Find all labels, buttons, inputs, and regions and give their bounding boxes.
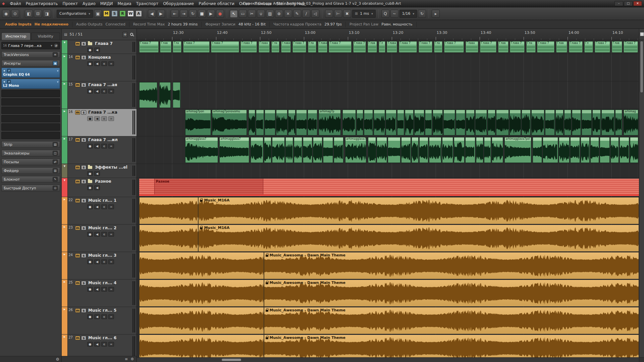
chevron-down-icon[interactable]: ▾ (51, 44, 52, 47)
solo-button[interactable]: s (81, 165, 86, 170)
edit-channel-button[interactable]: e (101, 342, 107, 347)
audio-event[interactable] (572, 110, 581, 135)
audio-event[interactable]: Music_Awesome - Dawn Main Theme (264, 280, 639, 306)
insert-slot[interactable]: e▾Graphic EQ 64 (1, 68, 60, 78)
audio-event[interactable] (533, 137, 542, 163)
folder-event-block[interactable]: Глава 7 (211, 41, 239, 53)
right-zone-button[interactable]: ◨ (43, 10, 51, 18)
expand-icon[interactable]: ▶ (64, 336, 65, 338)
iterative-quantize-button[interactable]: ↻ (418, 10, 426, 18)
status-group[interactable]: Audio InputsНе подключено (1, 22, 72, 27)
audio-event[interactable] (256, 110, 264, 135)
folder-event-block[interactable]: Глава (318, 41, 327, 53)
audio-event[interactable]: arhimag (624, 110, 638, 135)
monitor-button[interactable]: ◀ (94, 144, 100, 148)
audio-event[interactable] (139, 225, 198, 251)
expand-icon[interactable]: ▶ (64, 198, 65, 201)
track-row[interactable]: ▶16msГлава 7 ...ка●◀e∞ (62, 109, 137, 136)
folder-event-block[interactable]: Глава 7 (624, 41, 638, 53)
insert-slot-empty[interactable] (1, 132, 60, 139)
audio-event[interactable] (509, 110, 521, 135)
status-group[interactable]: Частота кадров Проекта29.97 fps (270, 22, 346, 27)
audio-event[interactable] (357, 110, 364, 135)
menu-item[interactable]: Транспорт (134, 1, 161, 6)
mute-button[interactable]: m (75, 308, 80, 313)
parts-region[interactable]: Разное (139, 179, 639, 196)
audio-event[interactable]: arhimagglava7pol (504, 137, 531, 163)
insert-slot[interactable]: e▾L2 Mono (1, 79, 60, 89)
chevron-down-icon[interactable]: ▾ (57, 80, 58, 83)
monitor-button[interactable]: ◀ (94, 314, 100, 319)
expand-icon[interactable]: ▶ (64, 137, 65, 140)
audio-event[interactable]: arhimag7pon (185, 110, 211, 135)
audio-event[interactable]: arhimagglava7 (219, 137, 249, 163)
audio-event[interactable] (173, 82, 180, 108)
edit-channel-button[interactable]: e (101, 89, 107, 94)
audio-event[interactable]: arhimagglava7 (185, 137, 218, 163)
audio-event[interactable] (465, 137, 475, 163)
automation-button[interactable]: ∞ (108, 116, 114, 121)
audio-event[interactable] (342, 110, 356, 135)
automation-button[interactable]: ∞ (108, 89, 114, 94)
audio-event[interactable] (139, 280, 264, 306)
folder-event-block[interactable]: Глава 7 (537, 41, 554, 53)
folder-event-block[interactable]: Глава 7 (569, 41, 583, 53)
section-быстрый-доступ[interactable]: Быстрый Доступ⊙ (1, 185, 60, 191)
ruler-options-button[interactable] (639, 29, 644, 40)
record-enable-button[interactable]: ● (87, 144, 93, 148)
audio-event[interactable] (159, 82, 171, 108)
mute-button[interactable]: m (75, 198, 80, 203)
menu-item[interactable]: Файл (7, 1, 23, 6)
menu-item[interactable]: Проект (60, 1, 80, 6)
menu-icon[interactable]: ≡ (125, 357, 128, 361)
audio-event[interactable] (484, 137, 491, 163)
activate-project-button[interactable]: ◉ (2, 10, 10, 18)
mute-button[interactable]: m (75, 83, 80, 87)
menu-item[interactable]: МИДИ (98, 1, 115, 6)
expand-icon[interactable]: ▶ (64, 82, 65, 85)
audio-event[interactable] (401, 137, 411, 163)
folder-event-block[interactable]: Глава 7 (139, 41, 159, 53)
monitor-button[interactable]: ◀ (94, 48, 100, 52)
audio-event[interactable] (492, 137, 503, 163)
audio-event[interactable] (545, 110, 555, 135)
mute-button[interactable]: m (75, 55, 80, 60)
automation-button[interactable]: ∞ (108, 232, 114, 237)
audio-event[interactable] (559, 137, 570, 163)
status-group[interactable]: Project Pan LawРавн. мощность (346, 22, 417, 27)
folder-open-icon[interactable]: ▼ (64, 41, 65, 44)
mute-button[interactable]: m (75, 179, 80, 184)
monitor-button[interactable]: ◀ (94, 61, 100, 66)
audio-event[interactable] (429, 137, 441, 163)
section-trackversions[interactable]: TrackVersions ≡ (1, 51, 60, 58)
gear-icon[interactable]: ⚙ (130, 357, 134, 361)
insert-slot-empty[interactable] (1, 90, 60, 97)
record-enable-button[interactable]: ● (87, 48, 93, 52)
expand-icon[interactable]: ▶ (64, 253, 65, 256)
project-history-button[interactable]: ⊙ (11, 10, 19, 18)
audio-event[interactable] (488, 110, 496, 135)
section-inserts[interactable]: Инсерты ▣ (1, 60, 60, 67)
play-tool[interactable]: ◁ (311, 10, 319, 18)
menu-item[interactable]: Steinberg Hub (274, 1, 308, 6)
expand-icon[interactable]: ▶ (64, 55, 65, 58)
horizontal-scrollbar[interactable] (137, 357, 639, 362)
power-icon[interactable] (3, 80, 6, 83)
mute-button[interactable]: m (75, 253, 80, 258)
edit-channel-button[interactable]: e (101, 259, 107, 264)
automation-button[interactable]: ∞ (108, 144, 114, 148)
audio-event[interactable] (386, 110, 396, 135)
audio-event[interactable] (581, 137, 590, 163)
quantize-panel-button[interactable]: Q (381, 10, 389, 18)
solo-all-button[interactable]: S (111, 10, 118, 17)
play-button[interactable]: ▶ (207, 10, 215, 18)
track-row[interactable]: ▶14msКонцовка●◀e∞ (62, 54, 137, 81)
record-enable-button[interactable]: ● (87, 232, 93, 237)
draw-tool[interactable]: ✎ (293, 10, 301, 18)
record-enable-button[interactable]: ● (87, 342, 93, 347)
audio-event[interactable] (543, 137, 558, 163)
toolbar-options-button[interactable]: ▸ (432, 10, 440, 18)
track-row[interactable]: ▶24msMusic гл... 3●◀e∞ (62, 252, 137, 280)
folder-event-block[interactable]: Глава 7 (240, 41, 257, 53)
record-enable-button[interactable]: ● (87, 204, 93, 209)
